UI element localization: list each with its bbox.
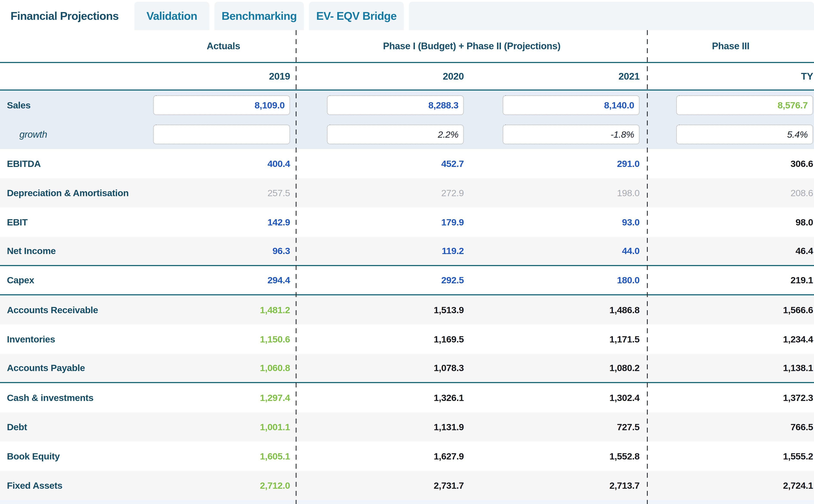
value-cell-accounts-receivable-2019: 1,481.2 (151, 295, 296, 325)
next-row-partial (0, 500, 814, 504)
value-cell-capex-ty: 219.1 (647, 266, 814, 294)
value-cell-accounts-payable-2019: 1,060.8 (151, 354, 296, 382)
value-ebitda-ty: 306.6 (791, 159, 813, 169)
value-cell-fixed-assets-2019: 2,712.0 (151, 471, 296, 500)
value-cell-ebitda-2019: 400.4 (151, 149, 296, 178)
value-cell-debt-2021: 727.5 (466, 412, 647, 442)
value-cell-inventories-2019: 1,150.6 (151, 325, 296, 354)
value-cell-sales-2021: 8,140.0 (466, 91, 647, 120)
row-capex: Capex294.4292.5180.0219.1 (0, 266, 814, 295)
year-header-spacer (0, 63, 151, 89)
tab-benchmarking[interactable]: Benchmarking (215, 2, 304, 30)
row-label-capex: Capex (0, 266, 151, 294)
value-cell-book-equity-ty: 1,555.2 (647, 442, 814, 471)
phase-header-budget-projections: Phase I (Budget) + Phase II (Projections… (296, 30, 647, 62)
value-ebit-2019: 142.9 (268, 217, 290, 228)
row-label-cash-investments: Cash & investments (0, 383, 151, 412)
value-cell-accounts-payable-2020: 1,078.3 (296, 354, 466, 382)
value-cell-ebitda-2020: 452.7 (296, 149, 466, 178)
value-fixed-assets-ty: 2,724.1 (783, 480, 813, 491)
tab-bar-filler (409, 2, 814, 30)
input-box-sales-2020[interactable]: 8,288.3 (327, 95, 464, 115)
value-cell-book-equity-2021: 1,552.8 (466, 442, 647, 471)
value-cell-depreciation-amortisation-2020: 272.9 (296, 178, 466, 208)
value-accounts-receivable-2020: 1,513.9 (434, 305, 464, 315)
value-ebit-ty: 98.0 (795, 217, 813, 228)
row-label-ebit: EBIT (0, 208, 151, 237)
value-accounts-receivable-2021: 1,486.8 (609, 305, 640, 315)
value-debt-2019: 1,001.1 (260, 422, 290, 432)
row-debt: Debt1,001.11,131.9727.5766.5 (0, 412, 814, 442)
value-cell-accounts-payable-ty: 1,138.1 (647, 354, 814, 382)
value-cell-inventories-ty: 1,234.4 (647, 325, 814, 354)
row-label-accounts-receivable: Accounts Receivable (0, 295, 151, 325)
value-cell-debt-ty: 766.5 (647, 412, 814, 442)
input-box-sales-2021[interactable]: 8,140.0 (503, 95, 640, 115)
input-box-growth-2021[interactable]: -1.8% (503, 125, 640, 144)
row-ebitda: EBITDA400.4452.7291.0306.6 (0, 149, 814, 178)
row-accounts-receivable: Accounts Receivable1,481.21,513.91,486.8… (0, 295, 814, 325)
row-ebit: EBIT142.9179.993.098.0 (0, 208, 814, 237)
value-accounts-payable-2019: 1,060.8 (260, 363, 290, 373)
value-cell-net-income-2020: 119.2 (296, 237, 466, 265)
value-cell-growth-2021: -1.8% (466, 120, 647, 149)
value-cash-investments-2019: 1,297.4 (260, 393, 290, 403)
value-cell-growth-2020: 2.2% (296, 120, 466, 149)
row-net-income: Net Income96.3119.244.046.4 (0, 237, 814, 266)
input-box-growth-2020[interactable]: 2.2% (327, 125, 464, 144)
value-net-income-2019: 96.3 (273, 246, 290, 256)
value-inventories-ty: 1,234.4 (783, 334, 813, 345)
value-cell-book-equity-2020: 1,627.9 (296, 442, 466, 471)
input-box-growth-2019[interactable] (153, 125, 290, 144)
financial-model-screen: Financial ProjectionsValidationBenchmark… (0, 0, 814, 504)
value-cell-net-income-2021: 44.0 (466, 237, 647, 265)
value-growth-ty: 5.4% (787, 129, 808, 140)
value-cell-capex-2019: 294.4 (151, 266, 296, 294)
value-cell-cash-investments-2020: 1,326.1 (296, 383, 466, 412)
input-box-sales-2019[interactable]: 8,109.0 (153, 95, 290, 115)
phase-header-phase3: Phase III (647, 30, 814, 62)
value-cell-sales-2019: 8,109.0 (151, 91, 296, 120)
value-debt-2020: 1,131.9 (434, 422, 464, 432)
value-fixed-assets-2019: 2,712.0 (260, 480, 290, 491)
value-cell-fixed-assets-2020: 2,731.7 (296, 471, 466, 500)
value-cell-debt-2019: 1,001.1 (151, 412, 296, 442)
value-fixed-assets-2021: 2,713.7 (609, 480, 640, 491)
value-sales-2021: 8,140.0 (604, 100, 634, 111)
value-accounts-payable-2020: 1,078.3 (434, 363, 464, 373)
value-net-income-2021: 44.0 (622, 246, 640, 256)
phase-header-actuals: Actuals (151, 30, 296, 62)
year-header-2019: 2019 (151, 63, 296, 89)
row-label-book-equity: Book Equity (0, 442, 151, 471)
value-cell-fixed-assets-ty: 2,724.1 (647, 471, 814, 500)
row-label-depreciation-amortisation: Depreciation & Amortisation (0, 178, 151, 208)
value-accounts-receivable-ty: 1,566.6 (783, 305, 813, 315)
value-cell-accounts-receivable-ty: 1,566.6 (647, 295, 814, 325)
input-box-sales-ty[interactable]: 8,576.7 (676, 95, 813, 115)
value-debt-2021: 727.5 (617, 422, 640, 432)
value-debt-ty: 766.5 (791, 422, 813, 432)
value-cell-ebit-2019: 142.9 (151, 208, 296, 237)
value-book-equity-ty: 1,555.2 (783, 451, 813, 462)
row-accounts-payable: Accounts Payable1,060.81,078.31,080.21,1… (0, 354, 814, 383)
value-accounts-payable-2021: 1,080.2 (609, 363, 640, 373)
tab-validation[interactable]: Validation (134, 2, 209, 30)
value-fixed-assets-2020: 2,731.7 (434, 480, 464, 491)
row-label-accounts-payable: Accounts Payable (0, 354, 151, 382)
tab-financial-projections[interactable]: Financial Projections (0, 2, 129, 30)
value-cell-growth-ty: 5.4% (647, 120, 814, 149)
value-cell-accounts-receivable-2021: 1,486.8 (466, 295, 647, 325)
tab-ev-eqv-bridge[interactable]: EV- EQV Bridge (309, 2, 404, 30)
value-cell-growth-2019 (151, 120, 296, 149)
row-sales: Sales8,109.08,288.38,140.08,576.7 (0, 91, 814, 120)
value-cell-capex-2021: 180.0 (466, 266, 647, 294)
value-net-income-ty: 46.4 (795, 246, 813, 256)
phase-header-spacer (0, 30, 151, 62)
value-inventories-2019: 1,150.6 (260, 334, 290, 345)
row-cash-investments: Cash & investments1,297.41,326.11,302.41… (0, 383, 814, 412)
value-capex-2021: 180.0 (617, 275, 640, 285)
input-box-growth-ty[interactable]: 5.4% (676, 125, 813, 144)
row-book-equity: Book Equity1,605.11,627.91,552.81,555.2 (0, 442, 814, 471)
value-cell-ebit-2020: 179.9 (296, 208, 466, 237)
value-cell-fixed-assets-2021: 2,713.7 (466, 471, 647, 500)
